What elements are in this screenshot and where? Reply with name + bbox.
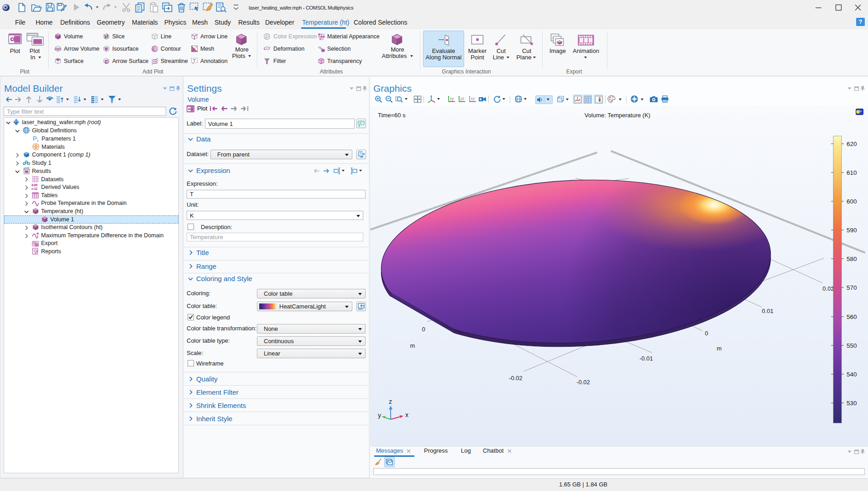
svg-text:600: 600 [847,198,857,205]
svg-text:z: z [389,398,392,405]
svg-text:yz: yz [460,96,465,101]
svg-text:xy: xy [450,96,455,101]
svg-text:0.02: 0.02 [822,285,834,292]
svg-text:0.01: 0.01 [762,308,773,314]
svg-text:m: m [717,345,722,352]
svg-text:0: 0 [705,330,708,337]
svg-text:610: 610 [847,169,857,176]
svg-text:-0.02: -0.02 [576,379,590,386]
svg-text:y: y [378,412,381,419]
svg-text:550: 550 [847,342,857,349]
svg-text:xz: xz [471,96,476,101]
svg-text:580: 580 [847,256,857,262]
svg-text:590: 590 [847,227,857,234]
svg-text:Volume: Temperature (K): Volume: Temperature (K) [585,112,650,119]
svg-text:-0.02: -0.02 [509,375,523,381]
svg-text:¡: ¡ [37,137,39,142]
svg-text:570: 570 [847,284,857,291]
svg-text:530: 530 [847,400,857,407]
svg-text:x: x [405,411,408,418]
svg-text:540: 540 [847,371,857,378]
svg-text:-0.01: -0.01 [639,355,653,362]
svg-text:m: m [410,342,415,349]
svg-text:0: 0 [422,326,425,333]
svg-text:P: P [33,135,37,142]
svg-text:560: 560 [847,313,857,320]
svg-text:Time=60 s: Time=60 s [378,112,406,119]
svg-text:620: 620 [847,141,857,147]
